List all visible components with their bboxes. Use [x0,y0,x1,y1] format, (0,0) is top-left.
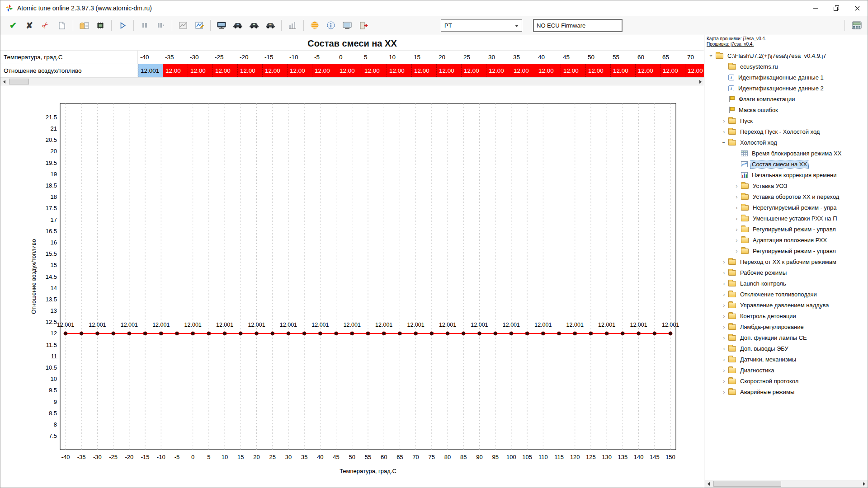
pause-all-button[interactable] [154,18,168,33]
afr-value-cell[interactable]: 12.00 [362,64,387,77]
scroll-right-button[interactable] [697,78,704,85]
firmware-name[interactable]: Прошивка: j7esa_v0.4. [707,42,868,47]
tree-item[interactable]: ›Доп. выводы ЭБУ [705,343,868,354]
car-write-button[interactable] [247,18,261,33]
firmware-status-field[interactable] [533,19,623,32]
afr-value-cell[interactable]: 12.00 [262,64,287,77]
chevron-right-icon[interactable]: › [720,280,728,287]
minimize-button[interactable] [805,0,826,16]
chevron-right-icon[interactable]: › [733,237,741,244]
tree-item[interactable]: ecusystems.ru [705,61,868,72]
chevron-right-icon[interactable]: › [720,291,728,298]
afr-value-cell[interactable]: 12.00 [561,64,585,77]
tree-item[interactable]: ›Доп. функции лампы СЕ [705,332,868,343]
maximize-button[interactable] [826,0,847,16]
close-button[interactable] [847,0,868,16]
tree-item[interactable]: ›Отключение топливоподачи [705,289,868,300]
pause-button[interactable] [137,18,152,33]
chevron-right-icon[interactable]: › [733,248,741,254]
chip-button[interactable] [93,18,108,33]
chevron-right-icon[interactable]: › [720,389,728,395]
afr-value-cell[interactable]: 12.00 [387,64,411,77]
afr-value-cell[interactable]: 12.00 [461,64,486,77]
exit-button[interactable] [356,18,371,33]
accept-button[interactable]: ✔ [6,18,20,33]
scrollbar-thumb[interactable] [9,79,29,84]
afr-value-cell[interactable]: 12.00 [163,64,188,77]
chevron-right-icon[interactable]: › [720,356,728,363]
scroll-right-button[interactable] [860,480,868,487]
chevron-right-icon[interactable]: › [720,269,728,276]
tree-item[interactable]: Начальная коррекция времени [705,169,868,180]
chevron-right-icon[interactable]: › [720,367,728,374]
afr-value-cell[interactable]: 12.00 [486,64,511,77]
afr-value-cell[interactable]: 12.00 [337,64,362,77]
tree-item[interactable]: ›Холостой ход [705,137,868,148]
tree-item[interactable]: ›Переход Пуск - Холостой ход [705,126,868,137]
chart-edit-button[interactable] [192,18,207,33]
screen-button[interactable] [340,18,354,33]
chart-static-button[interactable] [176,18,190,33]
tree-item[interactable]: ›Лямбда-регулирование [705,321,868,332]
chevron-right-icon[interactable]: › [720,117,728,124]
afr-value-cell[interactable]: 12.00 [536,64,561,77]
tree-item[interactable]: Состав смеси на ХХ [705,159,868,169]
afr-value-cell[interactable]: 12.00 [436,64,461,77]
chevron-right-icon[interactable]: › [733,183,741,189]
tree-item[interactable]: ›Launch-контроль [705,278,868,289]
afr-value-cell[interactable]: 12.00 [660,64,685,77]
tree-item[interactable]: Флаги комплектации [705,94,868,104]
port-select[interactable]: PT [441,19,522,32]
afr-value-cell[interactable]: 12.00 [287,64,312,77]
monitor-button[interactable] [214,18,229,33]
tree-item[interactable]: ›Регулируемый режим - управл [705,245,868,256]
chevron-right-icon[interactable]: › [733,204,741,211]
chevron-right-icon[interactable]: › [733,215,741,222]
tree-item[interactable]: Маска ошибок [705,104,868,115]
tree-item[interactable]: ›Переход от ХХ к рабочим режимам [705,256,868,267]
chevron-right-icon[interactable]: › [733,226,741,233]
afr-value-cell[interactable]: 12.00 [411,64,436,77]
chevron-right-icon[interactable]: › [720,324,728,330]
chevron-right-icon[interactable]: › [733,193,741,200]
tree-item[interactable]: iИдентификационные данные 1 [705,72,868,83]
afr-vs-temperature-chart[interactable]: 21.52120.52019.51918.51817.51716.51615.5… [0,89,704,488]
tree-item[interactable]: ›Уставка УОЗ [705,180,868,191]
tree-item[interactable]: iИдентификационные данные 2 [705,83,868,94]
tree-item[interactable]: ›Адаптация положения РХХ [705,235,868,245]
tree-item[interactable]: ›Датчики, механизмы [705,354,868,365]
afr-value-cell[interactable]: 12.00 [212,64,237,77]
car-read-button[interactable] [231,18,245,33]
tree-item[interactable]: ›C:\Flash\J7.2(+)\j7esa\j7esa_v0.4.9.j7 [705,50,868,61]
afr-value-cell[interactable]: 12.00 [635,64,660,77]
tree-item[interactable]: ›Управление давлением наддува [705,300,868,310]
afr-value-cell[interactable]: 12.00 [585,64,610,77]
tree-item[interactable]: ›Диагностика [705,365,868,375]
chevron-right-icon[interactable]: › [720,334,728,341]
tree-item[interactable]: ›Рабочие режимы [705,267,868,278]
afr-value-cell[interactable]: 12.00 [188,64,212,77]
chevron-down-icon[interactable]: › [708,52,715,60]
chevron-right-icon[interactable]: › [720,345,728,352]
new-file-button[interactable] [55,18,69,33]
tree-item[interactable]: ›Пуск [705,115,868,126]
tree-item[interactable]: Время блокирования режима ХХ [705,148,868,159]
scrollbar-thumb[interactable] [713,481,781,487]
tree-item[interactable]: ›Регулируемый режим - управл [705,224,868,235]
info-button[interactable] [324,18,338,33]
device-panel-button[interactable] [849,18,864,33]
chevron-right-icon[interactable]: › [720,128,728,135]
tree-item[interactable]: ›Уменьшение уставки РХХ на П [705,213,868,224]
paste-button[interactable] [77,18,91,33]
car-settings-button[interactable] [263,18,278,33]
afr-value-cell[interactable]: 12.001 [138,64,163,77]
tree-item[interactable]: ›Скоростной протокол [705,375,868,386]
globe-button[interactable] [307,18,322,33]
afr-value-cell[interactable]: 12.00 [312,64,337,77]
run-button[interactable] [115,18,130,33]
chevron-right-icon[interactable]: › [720,313,728,319]
tree-item[interactable]: ›Нерегулируемый режим - упра [705,202,868,213]
chevron-right-icon[interactable]: › [720,258,728,265]
afr-value-cell[interactable]: 12.00 [610,64,635,77]
tree-item[interactable]: ›Контроль детонации [705,310,868,321]
